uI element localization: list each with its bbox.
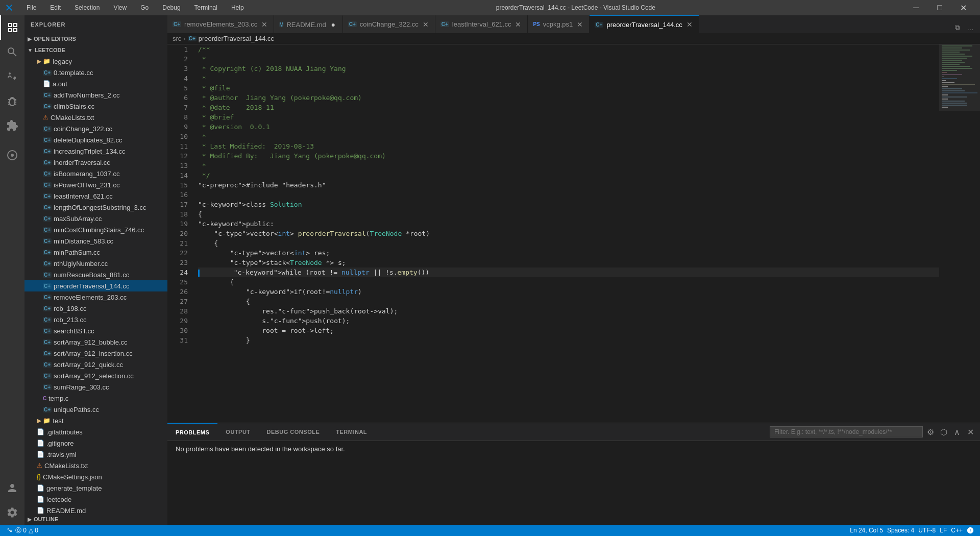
tree-item[interactable]: C+sortArray_912_bubble.cc [24, 336, 167, 348]
tree-item[interactable]: 📄.travis.yml [24, 449, 167, 460]
status-encoding[interactable]: UTF-8 [916, 527, 938, 534]
tree-item[interactable]: C+isPowerOfTwo_231.cc [24, 179, 167, 190]
tree-item[interactable]: C+leastInterval_621.cc [24, 190, 167, 202]
activity-settings[interactable] [0, 500, 24, 525]
code-line[interactable]: "c-keyword">class Solution [198, 200, 939, 209]
status-language[interactable]: C++ [949, 527, 965, 534]
minimize-button[interactable]: ─ [904, 0, 928, 15]
code-line[interactable]: "c-preproc">#include "headers.h" [198, 180, 939, 190]
tree-item[interactable]: C+sortArray_912_insertion.cc [24, 348, 167, 359]
tree-item[interactable]: C+lengthOfLongestSubstring_3.cc [24, 202, 167, 213]
tree-item[interactable]: C+minPathSum.cc [24, 247, 167, 258]
code-line[interactable]: * @version 0.0.1 [198, 122, 939, 132]
activity-search[interactable] [0, 40, 24, 64]
menu-go[interactable]: Go [137, 3, 152, 12]
tree-item[interactable]: 📄.gitattributes [24, 426, 167, 437]
tree-item[interactable]: C+increasingTriplet_134.cc [24, 145, 167, 157]
maximize-button[interactable]: □ [928, 0, 951, 15]
tree-item[interactable]: C+uniquePaths.cc [24, 404, 167, 415]
tree-item[interactable]: C+coinChange_322.cc [24, 123, 167, 134]
tree-item[interactable]: C+maxSubArray.cc [24, 213, 167, 224]
tree-item[interactable]: C+0.template.cc [24, 67, 167, 78]
menu-terminal[interactable]: Terminal [191, 3, 220, 12]
panel-close-button[interactable]: ✕ [965, 426, 976, 437]
status-feedback[interactable] [965, 527, 976, 534]
tab-vcpkg[interactable]: PS vcpkg.ps1 ✕ [528, 15, 590, 33]
code-line[interactable]: * @date 2018-11 [198, 103, 939, 112]
tab-coinchange[interactable]: C+ coinChange_322.cc ✕ [343, 15, 435, 33]
tab-close[interactable]: ● [329, 20, 337, 29]
tree-item[interactable]: 📄README.md [24, 505, 167, 514]
tree-item[interactable]: C+rob_198.cc [24, 303, 167, 314]
code-line[interactable]: * [198, 161, 939, 170]
tree-item[interactable]: 📄leetcode [24, 494, 167, 505]
menu-selection[interactable]: Selection [71, 3, 103, 12]
tree-item[interactable]: ▶ 📁test [24, 415, 167, 426]
tree-item[interactable]: {}CMakeSettings.json [24, 471, 167, 482]
code-line[interactable]: * [198, 74, 939, 83]
panel-filter-button[interactable]: ⚙ [925, 426, 936, 437]
code-line[interactable]: * [198, 54, 939, 64]
code-line[interactable]: "c-keyword">if(root!=nullptr) [198, 287, 939, 297]
tree-item[interactable]: C+sumRange_303.cc [24, 381, 167, 393]
activity-remote[interactable] [0, 143, 24, 167]
more-button[interactable]: … [965, 22, 976, 33]
code-line[interactable]: "c-type">vector<int> res; [198, 248, 939, 258]
code-line[interactable]: s."c-func">push(root); [198, 316, 939, 326]
code-line[interactable] [198, 190, 939, 200]
panel-tab-debug-console[interactable]: DEBUG CONSOLE [259, 423, 328, 441]
tree-item[interactable]: C+rob_213.cc [24, 314, 167, 325]
status-eol[interactable]: LF [938, 527, 949, 534]
code-line[interactable]: { [198, 209, 939, 219]
leetcode-header[interactable]: ▼ LEETCODE [24, 44, 167, 56]
tree-item[interactable]: ▶ 📁legacy [24, 56, 167, 67]
code-line[interactable]: * Last Modified: 2019-08-13 [198, 141, 939, 151]
tree-item[interactable]: ⚠CMakeLists.txt [24, 112, 167, 123]
panel-tab-problems[interactable]: PROBLEMS [167, 423, 217, 441]
panel-tab-terminal[interactable]: TERMINAL [328, 423, 375, 441]
code-editor[interactable]: 1234567891011121314151617181920212223242… [167, 44, 939, 423]
activity-accounts[interactable] [0, 476, 24, 500]
code-line[interactable]: { [198, 297, 939, 306]
status-spaces[interactable]: Spaces: 4 [885, 527, 916, 534]
open-editors-header[interactable]: ▶ OPEN EDITORS [24, 33, 167, 44]
activity-explorer[interactable] [0, 15, 24, 40]
activity-debug[interactable] [0, 89, 24, 113]
filter-input[interactable] [770, 426, 923, 437]
code-line[interactable]: * @brief [198, 112, 939, 122]
tab-removeElements[interactable]: C+ removeElements_203.cc ✕ [167, 15, 274, 33]
panel-tab-output[interactable]: OUTPUT [217, 423, 258, 441]
menu-edit[interactable]: Edit [47, 3, 64, 12]
code-line[interactable]: { [198, 277, 939, 287]
activity-source-control[interactable] [0, 64, 24, 89]
tree-item[interactable]: C+deleteDuplicates_82.cc [24, 134, 167, 145]
tab-close[interactable]: ✕ [422, 20, 430, 29]
tab-close[interactable]: ✕ [260, 20, 268, 29]
tab-leastinterval[interactable]: C+ leastInterval_621.cc ✕ [435, 15, 528, 33]
code-line[interactable]: * Modified By: Jiang Yang (pokerpoke@qq.… [198, 151, 939, 161]
code-line[interactable]: * @author Jiang Yang (pokerpoke@qq.com) [198, 93, 939, 103]
menu-debug[interactable]: Debug [159, 3, 183, 12]
tree-item[interactable]: C+numRescueBoats_881.cc [24, 269, 167, 280]
code-line[interactable]: res."c-func">push_back(root->val); [198, 306, 939, 316]
status-cursor[interactable]: Ln 24, Col 5 [848, 527, 885, 534]
tree-item[interactable]: C+searchBST.cc [24, 325, 167, 336]
code-line[interactable]: * [198, 132, 939, 141]
tree-item[interactable]: C+minCostClimbingStairs_746.cc [24, 224, 167, 235]
menu-help[interactable]: Help [228, 3, 247, 12]
code-line[interactable]: "c-type">stack<TreeNode *> s; [198, 258, 939, 267]
tab-close[interactable]: ✕ [576, 20, 584, 29]
breadcrumb-src[interactable]: src [173, 35, 181, 42]
outline-header[interactable]: ▶ OUTLINE [24, 514, 167, 525]
tree-item[interactable]: C+preorderTraversal_144.cc [24, 280, 167, 291]
tab-close[interactable]: ✕ [685, 20, 694, 29]
tree-item[interactable]: 📄.gitignore [24, 437, 167, 449]
tab-readme[interactable]: M README.md ● [274, 15, 343, 33]
tree-item[interactable]: C+minDistance_583.cc [24, 235, 167, 247]
code-line[interactable]: * @file [198, 83, 939, 93]
breadcrumb-filename[interactable]: preorderTraversal_144.cc [199, 35, 274, 42]
tree-item[interactable]: C+inorderTraversal.cc [24, 157, 167, 168]
code-line[interactable]: * Copyright (c) 2018 NUAA Jiang Yang [198, 64, 939, 74]
code-line[interactable]: root = root->left; [198, 326, 939, 335]
tree-item[interactable]: ⚠CMakeLists.txt [24, 460, 167, 471]
